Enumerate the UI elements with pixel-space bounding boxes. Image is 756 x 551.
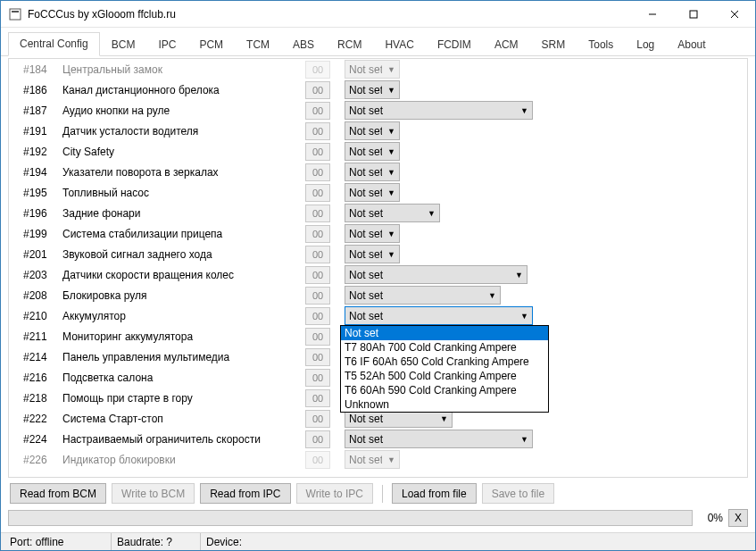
row-label: Система стабилизации прицепа xyxy=(62,228,302,240)
value-combo[interactable]: Not set▼ xyxy=(345,142,400,161)
tab-pcm[interactable]: PCM xyxy=(187,33,235,56)
hex-input[interactable]: 00 xyxy=(305,102,330,120)
config-row: #187Аудио кнопки на руле00Not set▼ xyxy=(9,100,747,121)
combo-text: Not set xyxy=(349,187,382,199)
tab-tcm[interactable]: TCM xyxy=(235,33,281,56)
row-id: #216 xyxy=(23,372,59,384)
hex-input[interactable]: 00 xyxy=(305,287,330,305)
row-id: #199 xyxy=(23,228,59,240)
dropdown-option[interactable]: T6 IF 60Ah 650 Cold Cranking Ampere xyxy=(341,355,548,369)
combo-text: Not set xyxy=(349,207,422,220)
row-label: Аудио кнопки на руле xyxy=(62,104,302,117)
chevron-down-icon: ▼ xyxy=(387,127,395,136)
hex-input[interactable]: 00 xyxy=(305,143,330,161)
combo-text: Not set xyxy=(349,166,382,179)
value-combo[interactable]: Not set▼ xyxy=(345,430,533,448)
hex-input[interactable]: 00 xyxy=(305,225,330,243)
progress-bar xyxy=(8,510,693,526)
value-combo[interactable]: Not set▼ xyxy=(345,121,400,140)
row-id: #208 xyxy=(23,289,59,302)
load-file-button[interactable]: Load from file xyxy=(392,483,477,504)
config-row: #199Система стабилизации прицепа00Not se… xyxy=(9,223,747,244)
tab-tools[interactable]: Tools xyxy=(577,33,625,56)
tab-about[interactable]: About xyxy=(666,33,717,56)
chevron-down-icon: ▼ xyxy=(387,65,395,74)
value-combo[interactable]: Not set▼ xyxy=(345,224,400,243)
value-combo[interactable]: Not set▼ xyxy=(345,60,400,79)
hex-input[interactable]: 00 xyxy=(305,328,330,346)
row-id: #214 xyxy=(23,351,59,363)
tab-abs[interactable]: ABS xyxy=(281,33,326,56)
value-combo[interactable]: Not set▼ xyxy=(345,183,400,202)
dropdown-option[interactable]: Unknown xyxy=(341,397,548,412)
config-row: #184Центральный замок00Not set▼ xyxy=(9,59,747,79)
dropdown-option[interactable]: Not set xyxy=(341,326,548,340)
chevron-down-icon: ▼ xyxy=(387,250,395,259)
cancel-button[interactable]: X xyxy=(728,509,748,527)
hex-input[interactable]: 00 xyxy=(305,61,330,79)
hex-input[interactable]: 00 xyxy=(305,81,330,99)
battery-dropdown[interactable]: Not setT7 80Ah 700 Cold Cranking AmpereT… xyxy=(340,325,549,413)
tab-rcm[interactable]: RCM xyxy=(326,33,373,56)
minimize-button[interactable] xyxy=(632,1,673,28)
hex-input[interactable]: 00 xyxy=(305,451,330,469)
value-combo[interactable]: Not set▼ xyxy=(345,204,440,222)
tab-fcdim[interactable]: FCDIM xyxy=(426,33,483,56)
hex-input[interactable]: 00 xyxy=(305,430,330,448)
dropdown-option[interactable]: T6 60Ah 590 Cold Cranking Ampere xyxy=(341,383,548,397)
dropdown-option[interactable]: T7 80Ah 700 Cold Cranking Ampere xyxy=(341,340,548,355)
combo-text: Not set xyxy=(349,125,382,138)
tab-log[interactable]: Log xyxy=(625,33,666,56)
value-combo[interactable]: Not set▼ xyxy=(345,306,533,325)
value-combo[interactable]: Not set▼ xyxy=(345,450,400,469)
hex-input[interactable]: 00 xyxy=(305,307,330,325)
row-label: Система Старт-стоп xyxy=(62,413,302,425)
value-combo[interactable]: Not set▼ xyxy=(345,265,528,284)
read-ipc-button[interactable]: Read from IPC xyxy=(200,483,290,504)
hex-input[interactable]: 00 xyxy=(305,246,330,263)
read-bcm-button[interactable]: Read from BCM xyxy=(10,483,106,504)
hex-input[interactable]: 00 xyxy=(305,205,330,222)
hex-input[interactable]: 00 xyxy=(305,348,330,366)
value-combo[interactable]: Not set▼ xyxy=(345,101,533,120)
config-row: #186Канал дистанционного брелока00Not se… xyxy=(9,79,747,100)
tab-srm[interactable]: SRM xyxy=(530,33,577,56)
tab-strip: Central ConfigBCMIPCPCMTCMABSRCMHVACFCDI… xyxy=(1,28,755,56)
tab-bcm[interactable]: BCM xyxy=(100,33,147,56)
tab-content: #184Центральный замок00Not set▼#186Канал… xyxy=(1,56,755,509)
tab-hvac[interactable]: HVAC xyxy=(373,33,425,56)
row-id: #191 xyxy=(23,125,59,138)
status-baud: Baudrate: ? xyxy=(112,533,201,550)
hex-input[interactable]: 00 xyxy=(305,122,330,140)
hex-input[interactable]: 00 xyxy=(305,369,330,387)
tab-acm[interactable]: ACM xyxy=(483,33,530,56)
hex-input[interactable]: 00 xyxy=(305,184,330,202)
chevron-down-icon: ▼ xyxy=(428,209,436,218)
value-combo[interactable]: Not set▼ xyxy=(345,286,501,305)
hex-input[interactable]: 00 xyxy=(305,389,330,407)
value-combo[interactable]: Not set▼ xyxy=(345,80,400,99)
close-button[interactable] xyxy=(714,1,755,28)
chevron-down-icon: ▼ xyxy=(387,230,395,238)
row-label: Настраиваемый ограничитель скорости xyxy=(62,433,302,446)
value-combo[interactable]: Not set▼ xyxy=(345,245,400,263)
hex-input[interactable]: 00 xyxy=(305,266,330,284)
row-label: Блокировка руля xyxy=(62,289,302,302)
combo-text: Not set xyxy=(349,269,510,281)
combo-text: Not set xyxy=(349,146,382,158)
config-scroll[interactable]: #184Центральный замок00Not set▼#186Канал… xyxy=(9,59,747,477)
config-row: #203Датчики скорости вращения колес00Not… xyxy=(9,264,747,285)
row-id: #196 xyxy=(23,207,59,220)
value-combo[interactable]: Not set▼ xyxy=(345,163,400,181)
chevron-down-icon: ▼ xyxy=(387,188,395,197)
combo-text: Not set xyxy=(349,289,483,302)
tab-ipc[interactable]: IPC xyxy=(146,33,187,56)
hex-input[interactable]: 00 xyxy=(305,410,330,428)
maximize-button[interactable] xyxy=(673,1,714,28)
hex-input[interactable]: 00 xyxy=(305,163,330,181)
tab-central-config[interactable]: Central Config xyxy=(8,32,100,56)
combo-text: Not set xyxy=(349,84,382,96)
dropdown-option[interactable]: T5 52Ah 500 Cold Cranking Ampere xyxy=(341,369,548,383)
svg-rect-0 xyxy=(10,9,21,20)
write-ipc-button: Write to IPC xyxy=(296,483,373,504)
